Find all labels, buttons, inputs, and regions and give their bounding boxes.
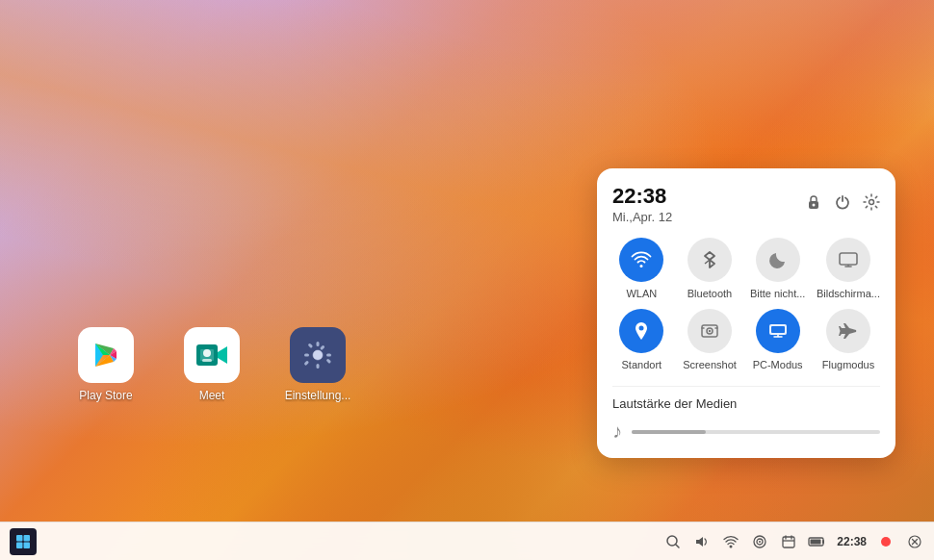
meet-label: Meet <box>199 389 225 402</box>
svg-point-15 <box>813 203 816 206</box>
svg-rect-44 <box>811 539 821 544</box>
qs-tile-flugmodus[interactable]: Flugmodus <box>817 309 880 370</box>
svg-point-38 <box>759 541 761 543</box>
desktop-icon-play-store[interactable]: Play Store <box>67 327 144 402</box>
qs-date: Mi.,Apr. 12 <box>612 210 672 224</box>
desktop-icon-meet[interactable]: Meet <box>173 327 250 402</box>
svg-marker-1 <box>218 346 227 364</box>
svg-rect-13 <box>303 361 309 367</box>
qs-time-date: 22:38 Mi.,Apr. 12 <box>612 184 672 224</box>
svg-rect-12 <box>320 345 325 351</box>
airplane-tile-icon <box>826 309 870 353</box>
bluetooth-tile-icon <box>688 238 732 282</box>
svg-rect-6 <box>317 342 320 346</box>
qs-tile-bitte-nicht[interactable]: Bitte nicht... <box>748 238 807 299</box>
flugmodus-label: Flugmodus <box>822 359 874 370</box>
taskbar-left <box>10 528 37 555</box>
qs-tiles-grid: WLAN Bluetooth Bitte nicht... <box>612 238 880 370</box>
location-tile-icon <box>619 309 663 353</box>
svg-rect-7 <box>317 364 320 369</box>
einstellungen-icon-img <box>290 327 346 383</box>
svg-point-3 <box>203 349 211 357</box>
play-store-icon-img <box>78 327 134 383</box>
svg-point-35 <box>730 545 733 547</box>
qs-tile-screenshot[interactable]: Screenshot <box>681 309 739 370</box>
volume-taskbar-icon[interactable] <box>692 532 712 551</box>
svg-point-5 <box>313 350 323 360</box>
battery-taskbar-icon[interactable] <box>808 532 827 551</box>
taskbar-right: 22:38 <box>663 532 924 551</box>
qs-tile-bildschirm[interactable]: Bildschirma... <box>817 238 880 299</box>
screenshot-tile-icon <box>688 309 732 353</box>
qs-tile-wlan[interactable]: WLAN <box>612 238 671 299</box>
qs-volume-section: Lautstärke der Medien ♪ <box>612 386 880 443</box>
svg-rect-30 <box>24 535 31 542</box>
taskbar: 22:38 <box>0 522 934 560</box>
svg-rect-4 <box>202 359 212 362</box>
music-note-icon: ♪ <box>612 420 622 443</box>
qs-header-icons <box>805 193 880 216</box>
svg-rect-26 <box>771 326 785 333</box>
svg-point-24 <box>709 330 711 332</box>
volume-slider[interactable] <box>632 430 880 434</box>
svg-point-45 <box>881 537 891 547</box>
close-taskbar-icon[interactable] <box>905 532 924 551</box>
quick-settings-panel: 22:38 Mi.,Apr. 12 <box>597 168 895 458</box>
qs-time: 22:38 <box>612 184 672 209</box>
pc-tile-icon <box>756 309 800 353</box>
svg-rect-31 <box>16 542 23 548</box>
svg-rect-9 <box>326 354 331 357</box>
bluetooth-label: Bluetooth <box>688 288 732 299</box>
volume-slider-fill <box>632 430 706 434</box>
moon-tile-icon <box>756 238 800 282</box>
svg-rect-39 <box>783 537 794 547</box>
start-button[interactable] <box>10 528 37 555</box>
svg-line-34 <box>676 545 679 547</box>
svg-point-16 <box>869 199 874 204</box>
pc-modus-label: PC-Modus <box>753 359 803 370</box>
taskbar-time: 22:38 <box>837 535 867 548</box>
qs-header: 22:38 Mi.,Apr. 12 <box>612 184 880 224</box>
meet-icon-img <box>184 327 240 383</box>
svg-point-21 <box>639 326 644 331</box>
svg-rect-10 <box>308 343 314 348</box>
svg-rect-29 <box>16 535 23 542</box>
qs-tile-bluetooth[interactable]: Bluetooth <box>681 238 739 299</box>
volume-title: Lautstärke der Medien <box>612 396 880 411</box>
calendar-taskbar-icon[interactable] <box>779 532 798 551</box>
record-taskbar-icon[interactable] <box>876 532 895 551</box>
desktop-icons-area: Play Store Meet <box>67 327 356 402</box>
svg-rect-18 <box>840 253 857 265</box>
bitte-nicht-label: Bitte nicht... <box>750 288 805 299</box>
desktop-icon-einstellungen[interactable]: Einstellung... <box>279 327 356 402</box>
lock-icon[interactable] <box>805 193 822 216</box>
power-icon[interactable] <box>834 193 851 216</box>
einstellungen-label: Einstellung... <box>285 389 351 402</box>
svg-rect-11 <box>326 358 332 364</box>
svg-rect-32 <box>24 542 31 548</box>
search-taskbar-icon[interactable] <box>663 532 683 551</box>
qs-tile-standort[interactable]: Standort <box>612 309 671 370</box>
standort-label: Standort <box>622 359 662 370</box>
qs-tile-pc-modus[interactable]: PC-Modus <box>748 309 807 370</box>
bildschirm-label: Bildschirma... <box>817 288 880 299</box>
wlan-label: WLAN <box>626 288 657 299</box>
wlan-tile-icon <box>619 238 663 282</box>
screenshot-label: Screenshot <box>683 359 737 370</box>
screen-tile-icon <box>826 238 870 282</box>
volume-row: ♪ <box>612 420 880 443</box>
gear-icon[interactable] <box>863 193 880 216</box>
svg-rect-8 <box>304 354 309 357</box>
wifi-taskbar-icon[interactable] <box>721 532 740 551</box>
target-taskbar-icon[interactable] <box>750 532 769 551</box>
play-store-label: Play Store <box>79 389 132 402</box>
